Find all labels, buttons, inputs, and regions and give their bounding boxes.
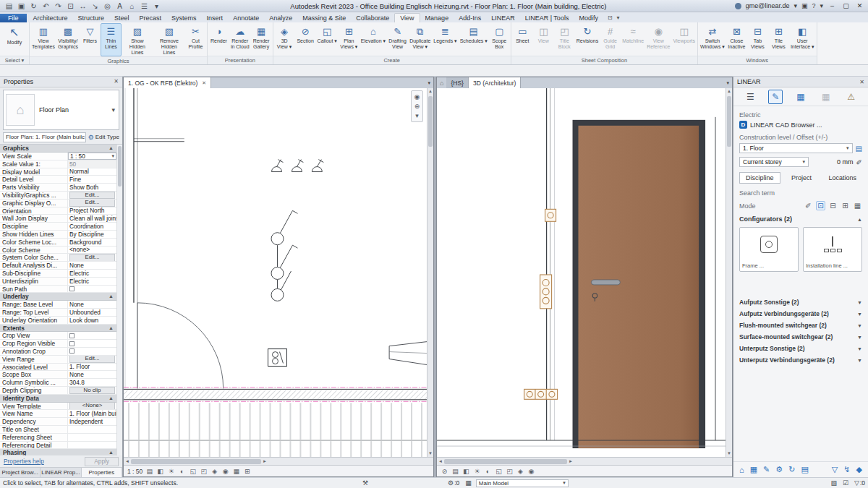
- 3d-view-button[interactable]: ◈3D View ▾: [274, 23, 295, 56]
- ribbon-tab-view[interactable]: View: [394, 13, 420, 22]
- tab-views-button[interactable]: ⊟Tab Views: [747, 23, 768, 56]
- type-selector-dropdown-icon[interactable]: ▾: [111, 106, 116, 114]
- exchange-icon[interactable]: ▣: [801, 2, 808, 9]
- drafting-view-button[interactable]: ✎Drafting View: [387, 23, 408, 56]
- scroll-up-icon-right[interactable]: ▲: [726, 88, 732, 95]
- save-icon[interactable]: ▣: [16, 2, 27, 10]
- property-value[interactable]: None: [68, 371, 116, 378]
- callout-button[interactable]: ◱Callout ▾: [316, 23, 339, 56]
- linear-section-aufputz-verbindungsger-te-2[interactable]: Aufputz Verbindungsgeräte (2)▼: [739, 308, 862, 320]
- scroll-left-icon[interactable]: ◄: [125, 458, 129, 465]
- visual-style-icon[interactable]: ◧: [156, 468, 164, 475]
- account-name[interactable]: gme@linear.de: [746, 2, 790, 9]
- ribbon-tab-annotate[interactable]: Annotate: [228, 14, 264, 22]
- property-value[interactable]: Normal: [68, 168, 116, 176]
- press-drag-icon[interactable]: ☑: [843, 479, 848, 487]
- property-value[interactable]: 1. Floor: [68, 364, 116, 371]
- schedules-button[interactable]: ▤Schedules ▾: [459, 23, 489, 56]
- panel-tab-project-brow[interactable]: Project Brow...: [0, 468, 41, 477]
- detail-level-icon[interactable]: ▤: [145, 468, 153, 475]
- ribbon-tab-steel[interactable]: Steel: [109, 14, 135, 22]
- active-option-only-icon[interactable]: ▦: [465, 479, 472, 487]
- linear-section-unterputz-verbindungsger-te-2[interactable]: Unterputz Verbindungsgeräte (2)▼: [739, 354, 862, 366]
- close-inactive-button[interactable]: ⊠Close Inactive: [726, 23, 747, 56]
- crop-view-icon[interactable]: ◱: [495, 468, 503, 475]
- property-value[interactable]: Fine: [68, 176, 116, 183]
- view-templates-button[interactable]: ▥View Templates: [30, 23, 56, 56]
- ribbon-tab-linear-tools[interactable]: LINEAR | Tools: [520, 14, 574, 22]
- analytical-model-icon[interactable]: ⊞: [243, 468, 251, 475]
- property-value[interactable]: No clip: [68, 387, 116, 394]
- sun-path-icon[interactable]: ☀: [473, 468, 481, 475]
- property-value[interactable]: Electric: [68, 278, 116, 285]
- linear-section-unterputz-sonstige-2[interactable]: Unterputz Sonstige (2)▼: [739, 343, 862, 354]
- property-value[interactable]: Edit...: [68, 254, 116, 261]
- property-value[interactable]: Unbounded: [68, 309, 116, 316]
- properties-section-identity-data[interactable]: Identity Data▲: [0, 395, 116, 403]
- property-value[interactable]: [68, 442, 116, 449]
- scroll-right-icon[interactable]: ►: [263, 458, 267, 465]
- three-d-hscrollbar[interactable]: ◄ ►: [437, 457, 732, 465]
- level-select[interactable]: 1. Floor▾: [739, 143, 853, 153]
- property-value[interactable]: Look down: [68, 317, 116, 324]
- main-model-dropdown-icon[interactable]: ▾: [563, 480, 566, 486]
- duplicate-view-button[interactable]: ⧉Duplicate View ▾: [408, 23, 432, 56]
- properties-scrollbar-thumb[interactable]: [118, 146, 122, 187]
- linear-tab-discipline[interactable]: Discipline: [739, 172, 780, 184]
- pin-icon[interactable]: ◆: [856, 465, 862, 474]
- bolt-icon[interactable]: ↯: [843, 465, 850, 474]
- three-d-vscrollbar[interactable]: ▲ ▼: [726, 88, 732, 457]
- show-hidden-lines-button[interactable]: ▨Show Hidden Lines: [122, 23, 153, 56]
- unlock-3d-icon[interactable]: ⊘: [441, 468, 448, 475]
- property-button[interactable]: Edit...: [69, 356, 115, 363]
- detail-level-icon[interactable]: ▤: [451, 468, 459, 475]
- filter-icon[interactable]: ▽: [832, 465, 838, 474]
- shadows-icon[interactable]: ◐: [484, 468, 492, 475]
- properties-section-extents[interactable]: Extents▲: [0, 325, 116, 333]
- navbar-dropdown-icon[interactable]: ▾: [413, 112, 421, 119]
- selection-filter-icon[interactable]: ▽: [854, 479, 859, 487]
- steering-wheel-icon[interactable]: ◉: [413, 93, 421, 100]
- home-icon[interactable]: ⌂: [437, 80, 446, 87]
- visual-style-icon[interactable]: ◧: [462, 468, 470, 475]
- edit-type-button[interactable]: ⚙ Edit Type: [88, 134, 119, 141]
- checkbox[interactable]: [69, 333, 75, 338]
- render-in-cloud-button[interactable]: ☁Render in Cloud: [229, 23, 251, 56]
- property-value[interactable]: Edit...: [68, 356, 116, 363]
- property-value[interactable]: 50: [68, 160, 116, 168]
- user-avatar-icon[interactable]: [735, 3, 741, 9]
- property-button[interactable]: Edit...: [69, 254, 115, 261]
- reveal-hidden-icon[interactable]: ◉: [221, 468, 229, 475]
- main-model-select[interactable]: Main Model▾: [476, 479, 569, 487]
- storey-select-dropdown-icon[interactable]: ▾: [802, 159, 805, 165]
- scroll-up-icon[interactable]: ▲: [427, 88, 433, 95]
- sync-icon[interactable]: ↻: [28, 2, 39, 10]
- tab-list-dropdown-icon-right[interactable]: ▾: [723, 80, 732, 86]
- floor-plan-hscrollbar[interactable]: ◄ ►: [124, 457, 433, 465]
- temporary-hide-icon[interactable]: ◈: [210, 468, 218, 475]
- ribbon-tab-collaborate[interactable]: Collaborate: [351, 14, 394, 22]
- property-value[interactable]: 1 : 50▾: [68, 153, 116, 160]
- viewports-button[interactable]: ◫Viewports: [671, 23, 697, 56]
- storey-select[interactable]: Current storey▾: [739, 157, 809, 167]
- scroll-down-icon[interactable]: ▼: [427, 450, 433, 457]
- property-value[interactable]: Edit...: [68, 192, 116, 199]
- settings-icon[interactable]: ⚙: [775, 465, 783, 474]
- apply-button[interactable]: Apply: [85, 457, 119, 466]
- cut-profile-button[interactable]: ✂Cut Profile: [185, 23, 206, 56]
- elevation-button[interactable]: ⌂Elevation ▾: [359, 23, 387, 56]
- guide-grid-button[interactable]: #Guide Grid: [600, 23, 621, 56]
- properties-section-underlay[interactable]: Underlay▲: [0, 293, 116, 301]
- ribbon-tab-linear[interactable]: LINEAR: [486, 14, 520, 22]
- default-3d-view-icon[interactable]: ⌂: [127, 2, 137, 10]
- open-icon[interactable]: ▤: [4, 2, 14, 10]
- sketch-icon[interactable]: ✎: [768, 90, 783, 104]
- table-icon[interactable]: ▦: [793, 90, 808, 104]
- hscroll-thumb[interactable]: [131, 459, 261, 464]
- warning-icon[interactable]: ⚠: [844, 90, 859, 104]
- grid-block-icon[interactable]: ⊞: [841, 201, 850, 210]
- scope-box-button[interactable]: ▢Scope Box: [489, 23, 510, 56]
- account-dropdown-icon[interactable]: ▾: [793, 2, 797, 9]
- tab-list-dropdown-icon[interactable]: ▾: [425, 80, 433, 86]
- grid-row-icon[interactable]: ⊟: [828, 201, 838, 210]
